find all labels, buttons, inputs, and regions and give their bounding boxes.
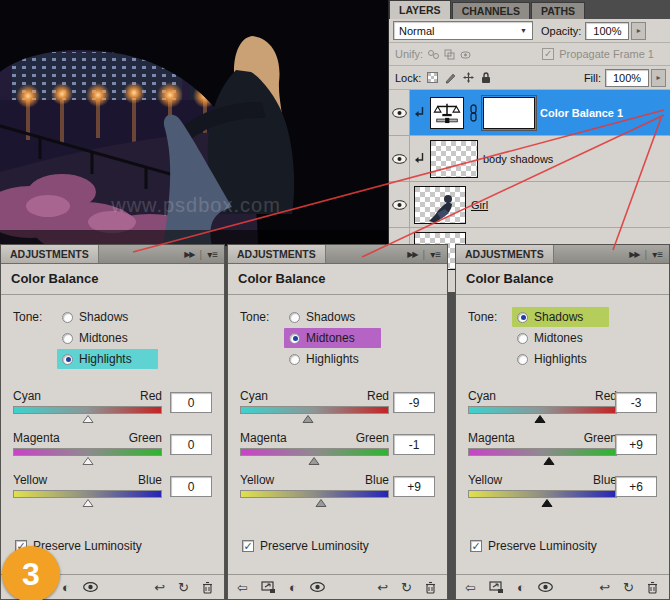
slider-thumb[interactable] [302, 415, 313, 423]
slider-track[interactable] [468, 490, 617, 498]
clip-to-layer-button[interactable]: ◐ [62, 581, 70, 594]
radio-icon[interactable] [517, 312, 528, 323]
collapse-panel-icon[interactable]: ▶▶ [629, 250, 639, 259]
panel-menu-icon[interactable]: ▾≡ [652, 249, 663, 260]
unify-position-icon[interactable] [443, 48, 456, 61]
radio-icon[interactable] [517, 333, 528, 344]
layer-row-body-shadows[interactable]: body shadows [389, 136, 670, 182]
previous-state-button[interactable]: ↩ [377, 581, 388, 594]
toggle-visibility-button[interactable] [83, 582, 98, 592]
clip-to-layer-button[interactable]: ◐ [517, 581, 525, 594]
tone-option-highlights[interactable]: Highlights [57, 349, 158, 369]
layer-name[interactable]: Girl [471, 199, 488, 211]
unify-layers-icon[interactable] [427, 48, 440, 61]
panel-menu-icon[interactable]: ▾≡ [207, 249, 218, 260]
panel-menu-icon[interactable]: ▾≡ [430, 249, 441, 260]
layer-thumbnail[interactable] [430, 140, 478, 178]
fill-spinner-button[interactable]: ▸ [651, 69, 666, 87]
unify-visibility-icon[interactable] [459, 48, 472, 61]
expanded-view-button[interactable] [261, 581, 276, 594]
adjustments-tab[interactable]: ADJUSTMENTS [456, 245, 554, 263]
radio-icon[interactable] [62, 312, 73, 323]
lock-all-button[interactable] [479, 71, 493, 85]
tab-paths[interactable]: PATHS [531, 2, 585, 19]
radio-icon[interactable] [62, 333, 73, 344]
tone-option-highlights[interactable]: Highlights [284, 349, 385, 369]
tone-option-highlights[interactable]: Highlights [512, 349, 613, 369]
reset-button[interactable]: ↻ [178, 581, 189, 594]
return-to-list-button[interactable]: ⇦ [237, 581, 248, 594]
slider-track[interactable] [240, 406, 389, 414]
value-input[interactable]: -3 [615, 392, 657, 413]
return-to-list-button[interactable]: ⇦ [465, 581, 476, 594]
layer-row-girl[interactable]: Girl [389, 182, 670, 228]
clip-to-layer-button[interactable]: ◐ [289, 581, 297, 594]
blend-mode-select[interactable]: Normal ▼ [393, 21, 533, 40]
tone-option-midtones[interactable]: Midtones [512, 328, 609, 348]
slider-thumb[interactable] [82, 499, 93, 507]
slider-thumb[interactable] [535, 415, 546, 423]
slider-thumb[interactable] [82, 457, 93, 465]
layer-name[interactable]: Color Balance 1 [540, 107, 623, 119]
visibility-toggle[interactable] [389, 136, 410, 181]
value-input[interactable]: +9 [393, 476, 435, 497]
previous-state-button[interactable]: ↩ [154, 581, 165, 594]
tone-option-shadows[interactable]: Shadows [57, 307, 154, 327]
value-input[interactable]: 0 [170, 476, 212, 497]
tone-option-midtones[interactable]: Midtones [57, 328, 154, 348]
value-input[interactable]: +6 [615, 476, 657, 497]
radio-icon[interactable] [517, 354, 528, 365]
toggle-visibility-button[interactable] [538, 582, 553, 592]
value-input[interactable]: +9 [615, 434, 657, 455]
lock-transparency-button[interactable] [425, 71, 439, 85]
slider-track[interactable] [240, 448, 389, 456]
value-input[interactable]: -1 [393, 434, 435, 455]
radio-icon[interactable] [289, 312, 300, 323]
slider-thumb[interactable] [82, 415, 93, 423]
slider-track[interactable] [13, 490, 162, 498]
tab-layers[interactable]: LAYERS [389, 0, 451, 19]
visibility-toggle[interactable] [389, 182, 410, 227]
slider-track[interactable] [468, 406, 617, 414]
slider-track[interactable] [13, 448, 162, 456]
lock-position-button[interactable] [461, 71, 475, 85]
radio-icon[interactable] [289, 333, 300, 344]
mask-link-icon[interactable] [469, 103, 478, 123]
expanded-view-button[interactable] [489, 581, 504, 594]
delete-adjustment-button[interactable] [425, 581, 436, 594]
radio-icon[interactable] [62, 354, 73, 365]
preserve-luminosity-checkbox[interactable]: ✓ [242, 540, 254, 552]
layer-thumbnail[interactable] [414, 186, 466, 224]
collapse-panel-icon[interactable]: ▶▶ [184, 250, 194, 259]
collapse-panel-icon[interactable]: ▶▶ [407, 250, 417, 259]
slider-thumb[interactable] [541, 499, 552, 507]
fill-input[interactable]: 100% [605, 69, 649, 87]
tone-option-midtones[interactable]: Midtones [284, 328, 381, 348]
opacity-input[interactable]: 100% [585, 22, 629, 40]
radio-icon[interactable] [289, 354, 300, 365]
adjustment-layer-thumbnail[interactable] [430, 97, 464, 129]
slider-thumb[interactable] [316, 499, 327, 507]
value-input[interactable]: 0 [170, 434, 212, 455]
propagate-checkbox[interactable]: ✓ [542, 48, 554, 60]
slider-track[interactable] [468, 448, 617, 456]
layer-name[interactable]: body shadows [483, 153, 553, 165]
slider-track[interactable] [13, 406, 162, 414]
reset-button[interactable]: ↻ [623, 581, 634, 594]
delete-adjustment-button[interactable] [647, 581, 658, 594]
visibility-toggle[interactable] [389, 90, 410, 135]
tone-option-shadows[interactable]: Shadows [512, 307, 609, 327]
preserve-luminosity-checkbox[interactable]: ✓ [470, 540, 482, 552]
lock-pixels-button[interactable] [443, 71, 457, 85]
slider-thumb[interactable] [544, 457, 555, 465]
tab-channels[interactable]: CHANNELS [452, 2, 530, 19]
previous-state-button[interactable]: ↩ [599, 581, 610, 594]
slider-track[interactable] [240, 490, 389, 498]
reset-button[interactable]: ↻ [401, 581, 412, 594]
opacity-spinner-button[interactable]: ▸ [631, 22, 646, 40]
adjustments-tab[interactable]: ADJUSTMENTS [1, 245, 99, 263]
layer-mask-thumbnail[interactable] [483, 97, 535, 129]
toggle-visibility-button[interactable] [310, 582, 325, 592]
slider-thumb[interactable] [308, 457, 319, 465]
value-input[interactable]: 0 [170, 392, 212, 413]
